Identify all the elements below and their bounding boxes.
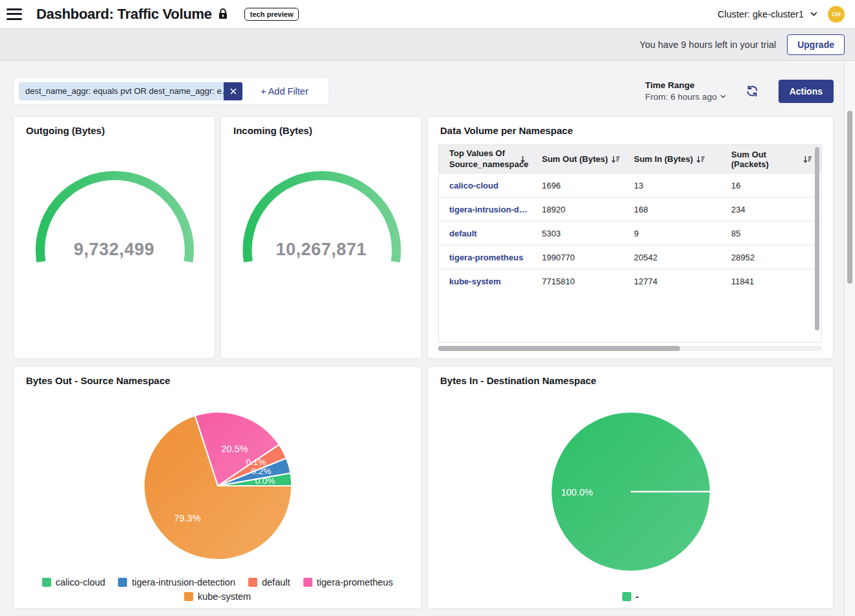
- legend-swatch: [622, 592, 631, 601]
- column-header-source-namespace[interactable]: Top Values Of Source_namespace: [439, 148, 542, 170]
- chevron-down-icon: [810, 12, 817, 16]
- legend-item-default[interactable]: default: [248, 577, 290, 587]
- sort-amount-icon: [611, 155, 620, 163]
- bytes-out-pie-card: Bytes Out - Source Namespace: [13, 366, 422, 609]
- trial-banner: You have 9 hours left in your trial Upgr…: [0, 28, 855, 61]
- gauge-value: 9,732,499: [14, 240, 215, 260]
- time-range-from: From: 6 hours ago: [645, 91, 716, 103]
- namespace-table: Top Values Of Source_namespace Sum Out (…: [438, 144, 822, 343]
- time-range-label: Time Range: [645, 80, 725, 91]
- remove-filter-button[interactable]: [224, 82, 242, 100]
- lock-icon: [218, 8, 228, 19]
- avatar[interactable]: CH: [828, 6, 845, 23]
- sort-arrow-icon: [520, 155, 526, 163]
- page-scrollbar-track: [844, 62, 855, 616]
- filter-card: dest_name_aggr: equals pvt OR dest_name_…: [13, 77, 329, 105]
- column-header-sum-in-bytes[interactable]: Sum In (Bytes): [634, 154, 731, 164]
- namespace-link[interactable]: tigera-prometheus: [439, 253, 542, 262]
- card-title: Outgoing (Bytes): [14, 117, 215, 136]
- column-header-sum-out-packets[interactable]: Sum Out (Packets): [731, 150, 812, 169]
- table-row: calico-cloud 1696 13 16: [439, 173, 821, 197]
- card-title: Data Volume per Namespace: [428, 117, 833, 136]
- data-volume-table-card: Data Volume per Namespace Top Values Of …: [427, 116, 834, 359]
- cards-row-1: Outgoing (Bytes) 9,732,499 Incoming (Byt…: [13, 116, 834, 359]
- cell-sum-out-bytes: 1990770: [542, 253, 634, 262]
- refresh-button[interactable]: [745, 84, 759, 98]
- slice-label: 0.2%: [252, 466, 272, 476]
- card-title: Bytes In - Destination Namespace: [428, 367, 833, 386]
- namespace-link[interactable]: tigera-intrusion-d…: [439, 205, 542, 214]
- filter-chip-text: dest_name_aggr: equals pvt OR dest_name_…: [19, 82, 224, 100]
- table-horizontal-scrollbar[interactable]: [438, 346, 680, 351]
- slice-label: 0.1%: [246, 457, 266, 467]
- hamburger-menu-icon[interactable]: [6, 8, 22, 20]
- legend-item-tigera-prometheus[interactable]: tigera-prometheus: [303, 577, 393, 587]
- cell-sum-out-bytes: 1696: [542, 181, 634, 190]
- legend-swatch: [184, 592, 193, 601]
- gauge-arc: [14, 117, 215, 358]
- legend-item-calico-cloud[interactable]: calico-cloud: [42, 577, 106, 587]
- slice-label: 79.3%: [174, 513, 200, 523]
- outgoing-bytes-card: Outgoing (Bytes) 9,732,499: [13, 116, 215, 359]
- card-title: Incoming (Bytes): [221, 117, 421, 136]
- close-icon: [230, 88, 237, 95]
- cell-sum-out-packets: 85: [731, 229, 821, 238]
- table-header-row: Top Values Of Source_namespace Sum Out (…: [439, 145, 821, 173]
- gauge-arc: [221, 117, 422, 358]
- legend-swatch: [42, 578, 51, 587]
- cell-sum-out-bytes: 7715810: [542, 277, 634, 286]
- cell-sum-out-packets: 28952: [731, 253, 821, 262]
- slice-label: 100.0%: [561, 487, 592, 497]
- namespace-link[interactable]: calico-cloud: [439, 181, 542, 190]
- chevron-down-icon: [720, 95, 726, 98]
- cell-sum-out-bytes: 5303: [542, 229, 634, 238]
- filter-chip[interactable]: dest_name_aggr: equals pvt OR dest_name_…: [19, 82, 242, 100]
- legend-item-dash[interactable]: -: [622, 591, 639, 602]
- bytes-in-pie-chart: 100.0%: [428, 367, 834, 609]
- namespace-link[interactable]: default: [439, 229, 542, 238]
- cell-sum-out-packets: 234: [731, 205, 821, 214]
- table-row: tigera-intrusion-d… 18920 168 234: [439, 197, 821, 221]
- actions-button[interactable]: Actions: [779, 80, 834, 103]
- column-header-sum-out-bytes[interactable]: Sum Out (Bytes): [542, 154, 634, 164]
- table-row: kube-system 7715810 12774 11841: [439, 269, 821, 293]
- time-range-dropdown[interactable]: Time Range From: 6 hours ago: [645, 80, 725, 102]
- trial-message: You have 9 hours left in your trial: [640, 40, 777, 50]
- tech-preview-badge: tech preview: [244, 8, 299, 21]
- bytes-out-pie-chart: 20.5% 0.1% 0.2% 0.0% 79.3%: [14, 367, 422, 609]
- upgrade-button[interactable]: Upgrade: [787, 34, 845, 55]
- gauge-value: 10,267,871: [221, 240, 421, 260]
- slice-label: 0.0%: [255, 476, 275, 486]
- cell-sum-out-packets: 11841: [731, 277, 821, 286]
- legend-swatch: [303, 578, 312, 587]
- legend-swatch: [248, 578, 257, 587]
- page-title: Dashboard: Traffic Volume: [36, 6, 212, 23]
- cluster-dropdown[interactable]: Cluster: gke-cluster1: [718, 9, 817, 19]
- dashboard-content: dest_name_aggr: equals pvt OR dest_name_…: [0, 61, 855, 616]
- cell-sum-in-bytes: 9: [634, 229, 731, 238]
- legend-item-tigera-intrusion-detection[interactable]: tigera-intrusion-detection: [118, 577, 235, 587]
- top-bar: Dashboard: Traffic Volume tech preview C…: [0, 0, 855, 28]
- pie-legend: calico-cloud tigera-intrusion-detection …: [14, 577, 421, 602]
- legend-swatch: [118, 578, 127, 587]
- namespace-link[interactable]: kube-system: [439, 277, 542, 286]
- cards-row-2: Bytes Out - Source Namespace: [13, 366, 834, 609]
- cell-sum-out-packets: 16: [731, 181, 821, 190]
- table-vertical-scrollbar[interactable]: [815, 147, 819, 330]
- slice-label: 20.5%: [221, 444, 248, 454]
- pie-legend: -: [428, 591, 833, 602]
- page-scrollbar[interactable]: [847, 111, 852, 284]
- add-filter-button[interactable]: + Add Filter: [261, 86, 309, 97]
- card-title: Bytes Out - Source Namespace: [14, 367, 421, 386]
- cell-sum-out-bytes: 18920: [542, 205, 634, 214]
- cluster-dropdown-label: Cluster: gke-cluster1: [718, 9, 804, 19]
- legend-item-kube-system[interactable]: kube-system: [184, 591, 251, 602]
- refresh-icon: [745, 84, 759, 98]
- bytes-in-pie-card: Bytes In - Destination Namespace 100.0% …: [427, 366, 834, 609]
- sort-amount-icon: [803, 155, 812, 163]
- sort-amount-icon: [696, 155, 705, 163]
- filter-bar: dest_name_aggr: equals pvt OR dest_name_…: [13, 77, 834, 105]
- cell-sum-in-bytes: 20542: [634, 253, 731, 262]
- incoming-bytes-card: Incoming (Bytes) 10,267,871: [220, 116, 422, 359]
- cell-sum-in-bytes: 13: [634, 181, 731, 190]
